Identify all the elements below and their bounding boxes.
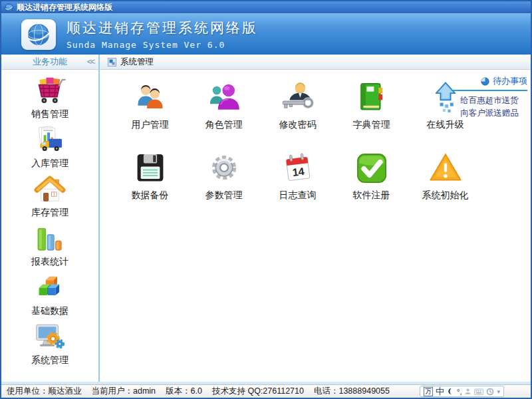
- app-window: 顺达进销存管理系统网络版 顺达进销存管理系统网络版 Sunda Manage S…: [0, 0, 532, 399]
- blocks-icon: [33, 271, 66, 305]
- app-item-data-backup[interactable]: 数据备份: [113, 147, 187, 217]
- body: 业务功能 << 销售管理: [1, 55, 531, 384]
- tab-bar: 系统管理: [100, 55, 531, 70]
- sidebar-item-basic-data[interactable]: 基础数据: [1, 271, 98, 321]
- ime-wan-button[interactable]: 万: [424, 387, 433, 396]
- ime-punctuation-button[interactable]: °,: [457, 388, 462, 396]
- sidebar-item-label: 库存管理: [31, 207, 68, 219]
- sidebar-item-label: 入库管理: [31, 158, 68, 170]
- ime-person-icon[interactable]: [464, 388, 471, 395]
- app-item-log-query[interactable]: 14 日志查询: [261, 147, 334, 217]
- sidebar-item-inventory[interactable]: 库存管理: [1, 173, 98, 222]
- todo-link-delivery[interactable]: 给百惠超市送货: [452, 94, 527, 107]
- app-item-change-password[interactable]: 修改密码: [261, 76, 334, 147]
- main-area: 系统管理 用户管理: [100, 55, 531, 382]
- users-icon: [132, 80, 168, 116]
- app-item-label: 在线升级: [427, 119, 464, 131]
- shopping-cart-icon: [33, 74, 66, 108]
- status-current-user: 当前用户：admin: [92, 386, 156, 397]
- todo-title-link[interactable]: 待办事项: [452, 75, 527, 91]
- todo-title-label: 待办事项: [493, 75, 527, 87]
- header-banner: 顺达进销存管理系统网络版 Sunda Manage System Ver 6.0: [1, 13, 531, 55]
- content-panel: 用户管理 角色管理: [100, 70, 531, 382]
- sidebar: 业务功能 << 销售管理: [1, 55, 100, 382]
- app-item-label: 字典管理: [353, 119, 390, 131]
- ime-language-bar: 万 中 °, ▾: [420, 386, 504, 397]
- app-title: 顺达进销存管理系统网络版: [66, 19, 258, 37]
- sidebar-items: 销售管理 入: [1, 70, 98, 382]
- todo-link-gifts[interactable]: 向客户派送赠品: [452, 107, 527, 120]
- status-version: 版本：6.0: [166, 386, 202, 397]
- ime-settings-wrench-icon[interactable]: [486, 388, 494, 396]
- tab-system-management[interactable]: 系统管理: [105, 55, 156, 69]
- app-item-label: 修改密码: [279, 119, 317, 131]
- app-item-software-register[interactable]: 软件注册: [334, 147, 408, 217]
- status-company: 使用单位：顺达酒业: [7, 386, 82, 397]
- app-item-label: 软件注册: [353, 190, 390, 201]
- app-item-role-management[interactable]: 角色管理: [187, 76, 261, 147]
- header-titles: 顺达进销存管理系统网络版 Sunda Manage System Ver 6.0: [66, 19, 258, 50]
- status-bar: 使用单位：顺达酒业 当前用户：admin 版本：6.0 技术支持 QQ:2761…: [1, 384, 531, 398]
- window-title: 顺达进销存管理系统网络版: [17, 2, 112, 13]
- sidebar-item-sales[interactable]: 销售管理: [1, 74, 98, 124]
- app-logo: [21, 19, 56, 50]
- warning-triangle-icon: [428, 150, 464, 186]
- app-item-label: 用户管理: [132, 119, 169, 131]
- app-item-parameters[interactable]: 参数管理: [187, 147, 261, 217]
- sidebar-collapse-button[interactable]: <<: [87, 57, 94, 66]
- window-layout-icon: [108, 58, 116, 66]
- svg-text:14: 14: [291, 165, 305, 178]
- status-phone: 电话：13888949055: [314, 386, 390, 397]
- roles-icon: [206, 80, 242, 116]
- app-item-dictionary[interactable]: 字典管理: [334, 76, 408, 147]
- globe-logo-icon: [25, 21, 52, 48]
- app-item-user-management[interactable]: 用户管理: [113, 76, 187, 147]
- sidebar-item-reports[interactable]: 报表统计: [1, 222, 98, 271]
- house-icon: [33, 173, 66, 206]
- password-key-icon: [280, 80, 316, 116]
- sidebar-item-label: 销售管理: [31, 108, 68, 120]
- calendar-icon: 14: [280, 150, 316, 186]
- app-item-label: 数据备份: [132, 190, 169, 201]
- module-grid: 用户管理 角色管理: [113, 76, 482, 217]
- ime-fullwidth-moon-icon[interactable]: [447, 388, 454, 395]
- gear-icon: [206, 150, 242, 186]
- check-badge-icon: [354, 150, 390, 186]
- truck-documents-icon: [33, 124, 66, 157]
- titlebar: 顺达进销存管理系统网络版: [1, 1, 531, 13]
- sidebar-item-label: 基础数据: [31, 305, 68, 317]
- app-subtitle: Sunda Manage System Ver 6.0: [66, 40, 258, 50]
- tab-label: 系统管理: [120, 57, 154, 68]
- globe-icon: [5, 3, 13, 12]
- app-item-label: 参数管理: [205, 190, 243, 201]
- sidebar-title: 业务功能: [33, 56, 67, 68]
- sidebar-item-system[interactable]: 系统管理: [1, 321, 98, 370]
- app-item-system-init[interactable]: 系统初始化: [408, 147, 482, 217]
- status-support-qq: 技术支持 QQ:276112710: [212, 386, 304, 397]
- sidebar-item-label: 报表统计: [31, 256, 68, 268]
- pie-clock-icon: [481, 77, 489, 86]
- dictionary-book-icon: [354, 80, 390, 116]
- sidebar-item-label: 系统管理: [31, 354, 68, 366]
- app-item-label: 日志查询: [279, 190, 317, 201]
- sidebar-header: 业务功能 <<: [1, 55, 98, 70]
- bar-chart-icon: [33, 222, 66, 255]
- computer-gears-icon: [33, 321, 66, 354]
- app-item-label: 系统初始化: [422, 190, 469, 201]
- todo-panel: 待办事项 给百惠超市送货 向客户派送赠品: [452, 75, 527, 120]
- ime-mode-button[interactable]: 中: [436, 386, 444, 398]
- ime-keyboard-icon[interactable]: [474, 388, 483, 395]
- ime-dropdown-arrow[interactable]: ▾: [497, 388, 500, 395]
- floppy-disk-icon: [132, 150, 168, 186]
- sidebar-item-inbound[interactable]: 入库管理: [1, 124, 98, 173]
- app-item-label: 角色管理: [205, 119, 243, 131]
